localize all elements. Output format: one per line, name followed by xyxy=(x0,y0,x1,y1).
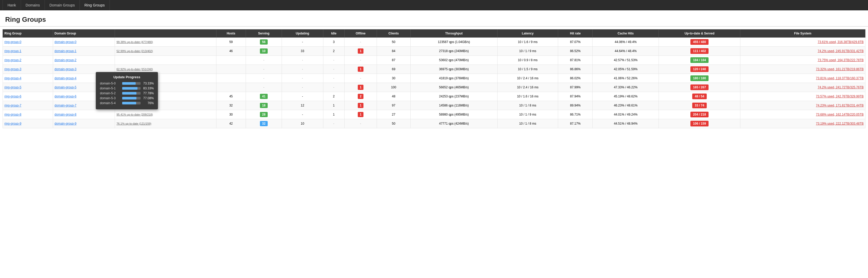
ring-group-link[interactable]: ring-group-6 xyxy=(4,94,21,98)
ring-group-link[interactable]: ring-group-0 xyxy=(4,40,21,44)
cell-cache-hits: 44.01% / 49.24% xyxy=(593,110,659,119)
domain-group-link[interactable]: domain-group-3 xyxy=(55,67,76,71)
ring-group-link[interactable]: ring-group-9 xyxy=(4,122,21,126)
cell-clients: 100 xyxy=(377,83,410,92)
cell-idle: - xyxy=(323,119,345,128)
col-uptodate: Up-to-date & Served xyxy=(659,30,740,37)
cell-hosts: 32 xyxy=(216,101,246,110)
domain-group-link[interactable]: domain-group-6 xyxy=(55,94,76,98)
cell-throughput: 41819 qps (376MB/s) xyxy=(410,74,497,83)
cell-ring-group: ring-group-6 xyxy=(3,92,53,101)
col-ring-group: Ring Group xyxy=(3,30,53,37)
cell-offline: - xyxy=(345,74,377,83)
cell-clients: 69 xyxy=(377,65,410,74)
uptodate-progress-text: 76.1% up-to-date (121/159) xyxy=(117,122,151,125)
tooltip-rows: domain-5-0 73.33% domain-5-1 83.33% doma… xyxy=(100,82,154,105)
tooltip-domain-label: domain-5-0 xyxy=(100,82,121,85)
cell-cache-hits: 41.06% / 52.26% xyxy=(593,74,659,83)
cell-uptodate-val: 111 / 402 xyxy=(659,47,740,56)
cell-cache-hits: 46.23% / 48.61% xyxy=(593,101,659,110)
cell-cache-hits: 47.33% / 46.22% xyxy=(593,83,659,92)
cell-hitrate: 87.17% xyxy=(558,119,593,128)
table-header-row: Ring Group Domain Group Hosts Serving Up… xyxy=(3,30,865,37)
serving-badge: 10 xyxy=(260,49,268,54)
cell-updating: - xyxy=(282,92,323,101)
cell-hosts: 42 xyxy=(216,119,246,128)
cell-cache-hits: 45.19% / 48.62% xyxy=(593,92,659,101)
cell-serving: - xyxy=(246,65,282,74)
cell-hosts: 59 xyxy=(216,37,246,47)
cell-updating: - xyxy=(282,74,323,83)
domain-group-link[interactable]: domain-group-1 xyxy=(55,49,76,53)
cell-domain-group: domain-group-8 xyxy=(53,110,115,119)
cell-updating: - xyxy=(282,83,323,92)
tooltip-title: Update Progress xyxy=(100,75,154,79)
cell-ring-group: ring-group-1 xyxy=(3,47,53,56)
cell-throughput: 123587 qps (1.04GB/s) xyxy=(410,37,497,47)
col-cache-hits: Cache Hits xyxy=(593,30,659,37)
offline-badge: 1 xyxy=(358,49,364,54)
col-hosts: Hosts xyxy=(216,30,246,37)
cell-hitrate: 87.07% xyxy=(558,37,593,47)
nav-item-domains[interactable]: Domains xyxy=(21,0,45,10)
ring-group-link[interactable]: ring-group-4 xyxy=(4,77,21,80)
nav-item-ring-groups[interactable]: Ring Groups xyxy=(80,0,110,10)
cell-uptodate-text: 99.38% up-to-date (477/480) xyxy=(115,37,216,47)
table-row: ring-group-1 domain-group-1 52.99% up-to… xyxy=(3,47,865,56)
tooltip-pct-label: 77.08% xyxy=(142,96,154,100)
cell-uptodate-val: 48 / 54 xyxy=(659,92,740,101)
domain-group-link[interactable]: domain-group-0 xyxy=(55,40,76,44)
cell-filesystem: 73.57% used, 242.76TB/329.99TB xyxy=(740,92,865,101)
cell-latency: 10 / 1 / 9 ms xyxy=(497,47,558,56)
cell-filesystem: 74.2% used, 245.91TB/331.42TB xyxy=(740,47,865,56)
uptodate-badge: 204 / 218 xyxy=(690,112,709,117)
cell-ring-group: ring-group-8 xyxy=(3,110,53,119)
cell-idle: - xyxy=(323,74,345,83)
tooltip-bar-bg xyxy=(122,92,141,94)
cell-idle: - xyxy=(323,56,345,65)
cell-uptodate-val: 106 / 159 xyxy=(659,119,740,128)
col-filesystem: File System xyxy=(740,30,865,37)
ring-group-link[interactable]: ring-group-3 xyxy=(4,67,21,71)
domain-group-link[interactable]: domain-group-4 xyxy=(55,77,76,80)
cell-latency: 10 / 2.4 / 16 ms xyxy=(497,83,558,92)
cell-serving: - xyxy=(246,83,282,92)
offline-badge: 1 xyxy=(358,85,364,90)
cell-offline: - xyxy=(345,37,377,47)
cell-filesystem: 73.61% used, 316.38TB/429.8TB xyxy=(740,37,865,47)
cell-uptodate-val: 165 / 267 xyxy=(659,83,740,92)
domain-group-link[interactable]: domain-group-5 xyxy=(55,85,76,89)
tooltip-bar-fill xyxy=(122,102,136,104)
ring-group-link[interactable]: ring-group-2 xyxy=(4,58,21,62)
cell-latency: 10 / 2.4 / 16 ms xyxy=(497,74,558,83)
cell-uptodate-val: 204 / 218 xyxy=(659,110,740,119)
domain-group-link[interactable]: domain-group-8 xyxy=(55,113,76,116)
ring-group-link[interactable]: ring-group-5 xyxy=(4,85,21,89)
cell-cache-hits: 42.05% / 51.59% xyxy=(593,65,659,74)
cell-idle: 1 xyxy=(323,101,345,110)
domain-group-link[interactable]: domain-group-2 xyxy=(55,58,76,62)
nav-item-hank[interactable]: Hank xyxy=(3,0,21,10)
cell-clients: 97 xyxy=(377,101,410,110)
cell-throughput: 53602 qps (470MB/s) xyxy=(410,56,497,65)
tooltip-bar-bg xyxy=(122,102,141,104)
cell-hitrate: 87.81% xyxy=(558,56,593,65)
cell-idle: 1 xyxy=(323,110,345,119)
uptodate-badge: 48 / 54 xyxy=(692,93,707,99)
ring-group-link[interactable]: ring-group-1 xyxy=(4,49,21,53)
cell-latency: 10 / 1.5 / 9 ms xyxy=(497,65,558,74)
cell-hosts xyxy=(216,83,246,92)
cell-filesystem: 73.19% used, 222.12TB/303.48TB xyxy=(740,119,865,128)
offline-badge: 1 xyxy=(358,103,364,108)
ring-group-link[interactable]: ring-group-8 xyxy=(4,113,21,116)
cell-latency: 10 / 1 / 8 ms xyxy=(497,101,558,110)
cell-uptodate-val: 184 / 184 xyxy=(659,56,740,65)
cell-offline: 1 xyxy=(345,83,377,92)
cell-ring-group: ring-group-3 xyxy=(3,65,53,74)
domain-group-link[interactable]: domain-group-7 xyxy=(55,104,76,107)
uptodate-badge: 165 / 267 xyxy=(690,84,709,90)
tooltip-bar-fill xyxy=(122,92,136,94)
nav-item-domain-groups[interactable]: Domain Groups xyxy=(45,0,80,10)
ring-group-link[interactable]: ring-group-7 xyxy=(4,104,21,107)
domain-group-link[interactable]: domain-group-9 xyxy=(55,122,76,126)
